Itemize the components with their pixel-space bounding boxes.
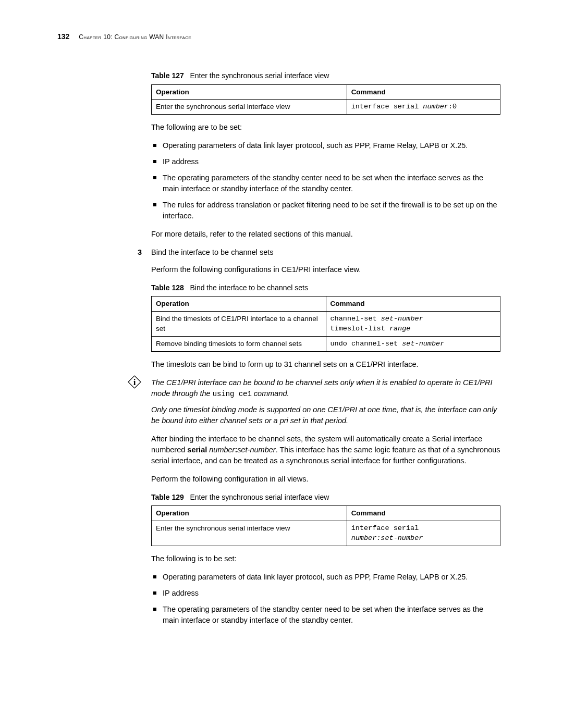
step-number: 3 xyxy=(138,247,142,258)
page: 132 Chapter 10: Configuring WAN Interfac… xyxy=(0,0,563,728)
cmd-text: undo channel-set xyxy=(331,340,402,348)
table-header-row: Operation Command xyxy=(152,297,500,312)
paragraph: For more details, refer to the related s… xyxy=(151,229,500,240)
cmd-arg: set-number xyxy=(381,315,423,323)
cmd-text: :0 xyxy=(448,103,457,110)
cell-operation: Bind the timeslots of CE1/PRI interface … xyxy=(152,311,326,336)
paragraph: The following are to be set: xyxy=(151,122,500,133)
cmd-text: channel-set xyxy=(331,315,381,323)
step-title: Bind the interface to be channel sets xyxy=(151,248,274,256)
table-caption-text: Enter the synchronous serial interface v… xyxy=(190,71,329,80)
col-operation: Operation xyxy=(152,506,347,521)
table-row: Enter the synchronous serial interface v… xyxy=(152,521,500,546)
paragraph: Perform the following configurations in … xyxy=(151,264,500,275)
table-header-row: Operation Command xyxy=(152,84,500,100)
list-item: The rules for address translation or pac… xyxy=(163,200,500,221)
note-mono: using ce1 xyxy=(213,390,252,398)
page-header: 132 Chapter 10: Configuring WAN Interfac… xyxy=(52,31,511,42)
paragraph: The timeslots can be bind to form up to … xyxy=(151,359,500,370)
cmd-arg: set-number xyxy=(402,340,444,348)
cmd-arg: number xyxy=(423,103,448,110)
info-note-1: i The CE1/PRI interface can be bound to … xyxy=(151,377,500,399)
info-note-2: Only one timeslot binding mode is suppor… xyxy=(151,404,500,426)
cmd-text: interface serial xyxy=(351,103,423,110)
table-caption-text: Enter the synchronous serial interface v… xyxy=(190,493,329,501)
paragraph: After binding the interface to be channe… xyxy=(151,434,500,466)
cmd-text: interface serial xyxy=(351,524,419,532)
col-operation: Operation xyxy=(152,297,326,312)
info-icon: i xyxy=(126,374,143,390)
list-item: Operating parameters of data link layer … xyxy=(163,140,500,151)
table-127: Operation Command Enter the synchronous … xyxy=(151,84,500,115)
table-caption-text: Bind the interface to be channel sets xyxy=(190,283,308,292)
cmd-text: timeslot-list xyxy=(331,325,389,332)
cell-command: channel-set set-numbertimeslot-list rang… xyxy=(326,311,500,336)
bullet-list-2: Operating parameters of data link layer … xyxy=(151,572,500,626)
cell-operation: Enter the synchronous serial interface v… xyxy=(152,521,347,546)
table-label: Table 128 xyxy=(151,283,184,292)
bullet-list-1: Operating parameters of data link layer … xyxy=(151,140,500,221)
paragraph: Perform the following configuration in a… xyxy=(151,474,500,485)
chapter-label: Chapter 10: Configuring WAN Interface xyxy=(79,33,191,42)
col-command: Command xyxy=(347,506,500,521)
table-127-caption: Table 127 Enter the synchronous serial i… xyxy=(151,70,500,81)
list-item: The operating parameters of the standby … xyxy=(163,172,500,194)
cell-command: interface serialnumber:set-number xyxy=(347,521,500,546)
paragraph: The following is to be set: xyxy=(151,553,500,564)
table-128: Operation Command Bind the timeslots of … xyxy=(151,296,500,351)
cmd-arg: number:set-number xyxy=(351,534,423,542)
list-item: Operating parameters of data link layer … xyxy=(163,572,500,583)
cell-operation: Remove binding timeslots to form channel… xyxy=(152,336,326,351)
svg-text:i: i xyxy=(133,377,136,387)
page-number: 132 xyxy=(57,31,69,42)
table-label: Table 129 xyxy=(151,493,184,501)
text-italic: set-number xyxy=(237,446,275,454)
note-part: The CE1/PRI interface can be bound to be… xyxy=(151,378,493,398)
col-operation: Operation xyxy=(152,84,347,100)
cell-command: interface serial number:0 xyxy=(347,100,500,115)
col-command: Command xyxy=(326,297,500,312)
table-row: Enter the synchronous serial interface v… xyxy=(152,100,500,115)
table-label: Table 127 xyxy=(151,71,184,80)
list-item: IP address xyxy=(163,156,500,167)
col-command: Command xyxy=(347,84,500,100)
cell-command: undo channel-set set-number xyxy=(326,336,500,351)
main-content: Table 127 Enter the synchronous serial i… xyxy=(151,70,500,625)
list-item: The operating parameters of the standby … xyxy=(163,604,500,626)
list-item: IP address xyxy=(163,588,500,599)
table-header-row: Operation Command xyxy=(152,506,500,521)
table-128-caption: Table 128 Bind the interface to be chann… xyxy=(151,282,500,293)
text-bold: serial xyxy=(187,446,207,454)
text-italic: number xyxy=(209,446,235,454)
note-part: command. xyxy=(252,389,289,398)
table-129-caption: Table 129 Enter the synchronous serial i… xyxy=(151,492,500,502)
cmd-arg: range xyxy=(389,325,411,332)
step-3: 3 Bind the interface to be channel sets xyxy=(151,247,500,258)
cell-operation: Enter the synchronous serial interface v… xyxy=(152,100,347,115)
table-129: Operation Command Enter the synchronous … xyxy=(151,505,500,546)
note-text: The CE1/PRI interface can be bound to be… xyxy=(151,378,493,398)
table-row: Bind the timeslots of CE1/PRI interface … xyxy=(152,311,500,336)
table-row: Remove binding timeslots to form channel… xyxy=(152,336,500,351)
